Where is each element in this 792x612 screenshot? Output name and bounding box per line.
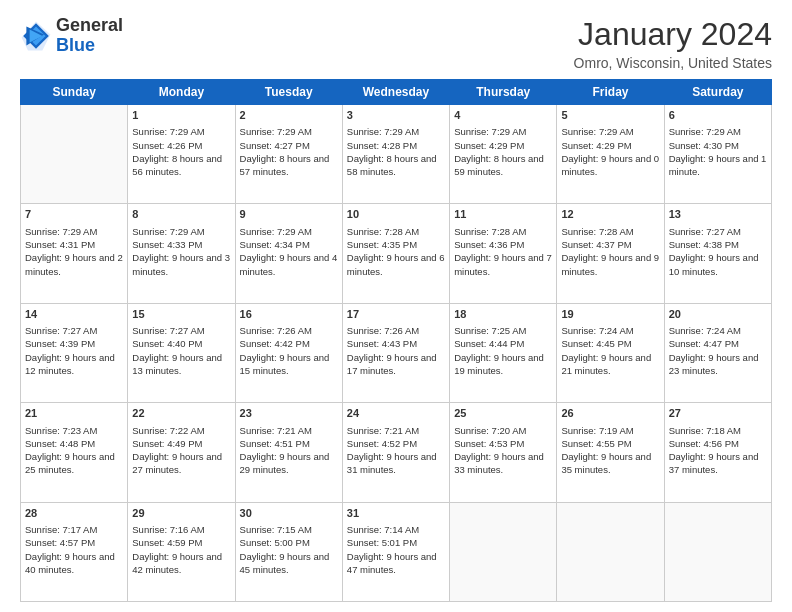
calendar-week-3: 21Sunrise: 7:23 AMSunset: 4:48 PMDayligh… — [21, 403, 772, 502]
calendar: Sunday Monday Tuesday Wednesday Thursday… — [20, 79, 772, 602]
daylight-text: Daylight: 9 hours and 25 minutes. — [25, 450, 123, 477]
header-saturday: Saturday — [664, 80, 771, 105]
logo-icon — [20, 20, 52, 52]
sunrise-text: Sunrise: 7:20 AM — [454, 424, 552, 437]
page: General Blue January 2024 Omro, Wisconsi… — [0, 0, 792, 612]
daylight-text: Daylight: 8 hours and 56 minutes. — [132, 152, 230, 179]
daylight-text: Daylight: 9 hours and 35 minutes. — [561, 450, 659, 477]
sunset-text: Sunset: 5:00 PM — [240, 536, 338, 549]
calendar-cell — [450, 502, 557, 601]
logo: General Blue — [20, 16, 123, 56]
day-number: 14 — [25, 307, 123, 322]
calendar-cell: 13Sunrise: 7:27 AMSunset: 4:38 PMDayligh… — [664, 204, 771, 303]
main-title: January 2024 — [574, 16, 772, 53]
calendar-cell: 9Sunrise: 7:29 AMSunset: 4:34 PMDaylight… — [235, 204, 342, 303]
calendar-cell: 2Sunrise: 7:29 AMSunset: 4:27 PMDaylight… — [235, 105, 342, 204]
calendar-cell: 10Sunrise: 7:28 AMSunset: 4:35 PMDayligh… — [342, 204, 449, 303]
day-number: 20 — [669, 307, 767, 322]
day-number: 18 — [454, 307, 552, 322]
sunset-text: Sunset: 4:35 PM — [347, 238, 445, 251]
sunrise-text: Sunrise: 7:29 AM — [454, 125, 552, 138]
subtitle: Omro, Wisconsin, United States — [574, 55, 772, 71]
sunset-text: Sunset: 4:45 PM — [561, 337, 659, 350]
sunset-text: Sunset: 4:47 PM — [669, 337, 767, 350]
day-number: 9 — [240, 207, 338, 222]
sunrise-text: Sunrise: 7:28 AM — [454, 225, 552, 238]
calendar-cell: 26Sunrise: 7:19 AMSunset: 4:55 PMDayligh… — [557, 403, 664, 502]
sunrise-text: Sunrise: 7:27 AM — [132, 324, 230, 337]
daylight-text: Daylight: 8 hours and 57 minutes. — [240, 152, 338, 179]
day-number: 2 — [240, 108, 338, 123]
sunset-text: Sunset: 4:29 PM — [454, 139, 552, 152]
header-thursday: Thursday — [450, 80, 557, 105]
sunrise-text: Sunrise: 7:29 AM — [347, 125, 445, 138]
sunrise-text: Sunrise: 7:29 AM — [132, 125, 230, 138]
calendar-cell: 4Sunrise: 7:29 AMSunset: 4:29 PMDaylight… — [450, 105, 557, 204]
daylight-text: Daylight: 9 hours and 47 minutes. — [347, 550, 445, 577]
sunrise-text: Sunrise: 7:21 AM — [240, 424, 338, 437]
daylight-text: Daylight: 8 hours and 58 minutes. — [347, 152, 445, 179]
header: General Blue January 2024 Omro, Wisconsi… — [20, 16, 772, 71]
calendar-cell: 5Sunrise: 7:29 AMSunset: 4:29 PMDaylight… — [557, 105, 664, 204]
day-number: 30 — [240, 506, 338, 521]
weekday-header-row: Sunday Monday Tuesday Wednesday Thursday… — [21, 80, 772, 105]
calendar-cell: 21Sunrise: 7:23 AMSunset: 4:48 PMDayligh… — [21, 403, 128, 502]
daylight-text: Daylight: 9 hours and 31 minutes. — [347, 450, 445, 477]
day-number: 5 — [561, 108, 659, 123]
sunset-text: Sunset: 4:31 PM — [25, 238, 123, 251]
sunrise-text: Sunrise: 7:29 AM — [132, 225, 230, 238]
sunrise-text: Sunrise: 7:27 AM — [25, 324, 123, 337]
day-number: 26 — [561, 406, 659, 421]
calendar-cell — [21, 105, 128, 204]
sunset-text: Sunset: 4:42 PM — [240, 337, 338, 350]
calendar-cell: 30Sunrise: 7:15 AMSunset: 5:00 PMDayligh… — [235, 502, 342, 601]
sunset-text: Sunset: 4:52 PM — [347, 437, 445, 450]
sunrise-text: Sunrise: 7:28 AM — [561, 225, 659, 238]
calendar-cell: 19Sunrise: 7:24 AMSunset: 4:45 PMDayligh… — [557, 303, 664, 402]
daylight-text: Daylight: 9 hours and 10 minutes. — [669, 251, 767, 278]
daylight-text: Daylight: 9 hours and 9 minutes. — [561, 251, 659, 278]
calendar-cell: 23Sunrise: 7:21 AMSunset: 4:51 PMDayligh… — [235, 403, 342, 502]
day-number: 10 — [347, 207, 445, 222]
calendar-week-2: 14Sunrise: 7:27 AMSunset: 4:39 PMDayligh… — [21, 303, 772, 402]
calendar-week-4: 28Sunrise: 7:17 AMSunset: 4:57 PMDayligh… — [21, 502, 772, 601]
calendar-cell: 25Sunrise: 7:20 AMSunset: 4:53 PMDayligh… — [450, 403, 557, 502]
sunset-text: Sunset: 4:37 PM — [561, 238, 659, 251]
sunset-text: Sunset: 4:38 PM — [669, 238, 767, 251]
day-number: 23 — [240, 406, 338, 421]
sunset-text: Sunset: 4:27 PM — [240, 139, 338, 152]
daylight-text: Daylight: 9 hours and 37 minutes. — [669, 450, 767, 477]
calendar-cell: 17Sunrise: 7:26 AMSunset: 4:43 PMDayligh… — [342, 303, 449, 402]
calendar-cell: 3Sunrise: 7:29 AMSunset: 4:28 PMDaylight… — [342, 105, 449, 204]
sunrise-text: Sunrise: 7:29 AM — [25, 225, 123, 238]
sunset-text: Sunset: 4:51 PM — [240, 437, 338, 450]
sunset-text: Sunset: 5:01 PM — [347, 536, 445, 549]
header-friday: Friday — [557, 80, 664, 105]
day-number: 1 — [132, 108, 230, 123]
calendar-cell: 16Sunrise: 7:26 AMSunset: 4:42 PMDayligh… — [235, 303, 342, 402]
calendar-cell: 24Sunrise: 7:21 AMSunset: 4:52 PMDayligh… — [342, 403, 449, 502]
header-monday: Monday — [128, 80, 235, 105]
sunset-text: Sunset: 4:34 PM — [240, 238, 338, 251]
sunset-text: Sunset: 4:28 PM — [347, 139, 445, 152]
sunset-text: Sunset: 4:30 PM — [669, 139, 767, 152]
sunrise-text: Sunrise: 7:16 AM — [132, 523, 230, 536]
calendar-cell: 15Sunrise: 7:27 AMSunset: 4:40 PMDayligh… — [128, 303, 235, 402]
sunrise-text: Sunrise: 7:21 AM — [347, 424, 445, 437]
daylight-text: Daylight: 9 hours and 4 minutes. — [240, 251, 338, 278]
day-number: 31 — [347, 506, 445, 521]
day-number: 4 — [454, 108, 552, 123]
calendar-cell — [664, 502, 771, 601]
sunset-text: Sunset: 4:49 PM — [132, 437, 230, 450]
daylight-text: Daylight: 9 hours and 6 minutes. — [347, 251, 445, 278]
sunrise-text: Sunrise: 7:24 AM — [669, 324, 767, 337]
sunrise-text: Sunrise: 7:24 AM — [561, 324, 659, 337]
calendar-week-0: 1Sunrise: 7:29 AMSunset: 4:26 PMDaylight… — [21, 105, 772, 204]
sunrise-text: Sunrise: 7:26 AM — [347, 324, 445, 337]
sunrise-text: Sunrise: 7:29 AM — [669, 125, 767, 138]
calendar-cell: 1Sunrise: 7:29 AMSunset: 4:26 PMDaylight… — [128, 105, 235, 204]
day-number: 15 — [132, 307, 230, 322]
calendar-cell: 14Sunrise: 7:27 AMSunset: 4:39 PMDayligh… — [21, 303, 128, 402]
logo-text: General Blue — [56, 16, 123, 56]
calendar-cell: 28Sunrise: 7:17 AMSunset: 4:57 PMDayligh… — [21, 502, 128, 601]
